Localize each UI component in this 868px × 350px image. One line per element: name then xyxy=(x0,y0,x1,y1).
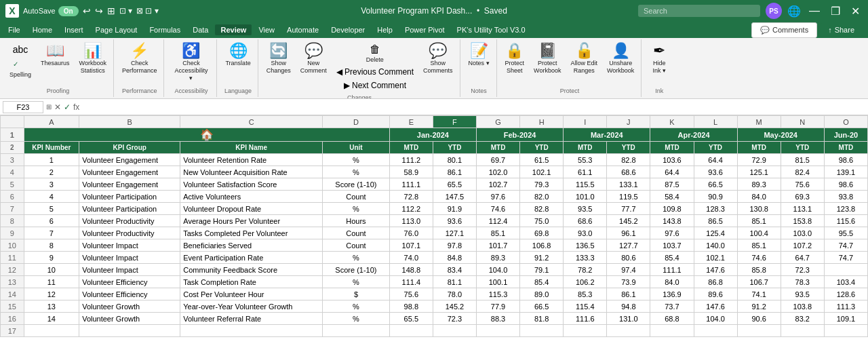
new-comment-button[interactable]: 💬 NewComment xyxy=(296,41,331,77)
col-header-d[interactable]: D xyxy=(323,116,390,128)
prev-comment-button[interactable]: ◀ Previous Comment xyxy=(334,66,416,78)
restore-btn[interactable]: ❐ xyxy=(828,5,843,18)
show-comments-button[interactable]: 💬 ShowComments xyxy=(419,41,457,77)
ribbon-group-changes: 🔄 ShowChanges 💬 NewComment 🗑 Delete ◀ Pr… xyxy=(260,39,460,97)
menu-home[interactable]: Home xyxy=(27,24,58,35)
menu-file[interactable]: File xyxy=(3,24,26,35)
formula-bar: ⊞ ✕ ✓ fx xyxy=(0,99,868,115)
comment-nav-group: 🗑 Delete ◀ Previous Comment ▶ Next Comme… xyxy=(332,41,418,93)
check-accessibility-icon: ♿ xyxy=(182,43,200,58)
spelling-icon: abc✓ xyxy=(13,43,28,70)
allow-edit-ranges-button[interactable]: 🔓 Allow EditRanges xyxy=(566,41,601,77)
minimize-btn[interactable]: — xyxy=(806,5,823,17)
table-row: 11 9Volunteer ImpactEvent Participation … xyxy=(1,252,868,264)
col-header-e[interactable]: E xyxy=(389,116,433,128)
cancel-formula-icon[interactable]: ✕ xyxy=(54,102,61,112)
feb-ytd-header: YTD xyxy=(520,142,564,154)
ribbon-group-protect: 🔒 ProtectSheet 📓 ProtectWorkbook 🔓 Allow… xyxy=(498,39,642,97)
col-header-i[interactable]: I xyxy=(564,116,607,128)
next-comment-button[interactable]: ▶ Next Comment xyxy=(334,79,416,92)
title-bar-right: PS 🌐 — ❐ ✕ xyxy=(577,3,863,19)
menu-view[interactable]: View xyxy=(253,24,280,35)
translate-icon: 🌐 xyxy=(229,43,248,58)
thesaurus-button[interactable]: 📖 Thesaurus xyxy=(37,41,74,70)
row-num-15: 15 xyxy=(1,300,24,313)
check-performance-button[interactable]: ⚡ CheckPerformance xyxy=(118,41,161,77)
col-header-n[interactable]: N xyxy=(781,116,824,128)
show-changes-button[interactable]: 🔄 ShowChanges xyxy=(262,41,295,77)
col-header-c[interactable]: C xyxy=(180,116,323,128)
workbook-stats-button[interactable]: 📊 WorkbookStatistics xyxy=(75,41,111,77)
search-input[interactable] xyxy=(638,5,760,17)
menu-insert[interactable]: Insert xyxy=(59,24,89,35)
check-accessibility-button[interactable]: ♿ CheckAccessibility ▾ xyxy=(168,41,214,84)
ribbon-protect-items: 🔒 ProtectSheet 📓 ProtectWorkbook 🔓 Allow… xyxy=(501,41,639,86)
unshare-workbook-button[interactable]: 👤 UnshareWorkbook xyxy=(603,41,638,77)
confirm-formula-icon[interactable]: ✓ xyxy=(64,102,71,112)
col-header-o[interactable]: O xyxy=(824,116,867,128)
col-header-g[interactable]: G xyxy=(476,116,519,128)
col-header-k[interactable]: K xyxy=(650,116,694,128)
table-row: 17 xyxy=(1,325,868,337)
performance-label: Performance xyxy=(118,86,161,96)
check-performance-icon: ⚡ xyxy=(130,43,149,58)
col-header-f[interactable]: F xyxy=(433,116,476,128)
menu-page-layout[interactable]: Page Layout xyxy=(90,24,143,35)
filename: Volunteer Program KPI Dash... xyxy=(361,6,472,16)
changes-label: Changes xyxy=(262,93,457,99)
jan-mtd-header: MTD xyxy=(389,142,433,154)
col-header-l[interactable]: L xyxy=(694,116,737,128)
quick-access-grid[interactable]: ⊞ xyxy=(107,5,115,16)
globe-icon: 🌐 xyxy=(787,5,801,18)
ink-label: Ink xyxy=(646,86,673,96)
home-cell[interactable]: 🏠 xyxy=(24,128,389,142)
menu-pk-utility[interactable]: PK's Utility Tool V3.0 xyxy=(452,24,531,35)
share-button[interactable]: ↑ Share xyxy=(820,23,863,37)
cell-reference-input[interactable] xyxy=(3,101,43,113)
row-num-4: 4 xyxy=(1,166,24,178)
protect-sheet-button[interactable]: 🔒 ProtectSheet xyxy=(501,41,529,77)
menu-data[interactable]: Data xyxy=(187,24,214,35)
accessibility-label: Accessibility xyxy=(168,86,214,96)
avatar: PS xyxy=(766,3,782,19)
col-header-m[interactable]: M xyxy=(737,116,781,128)
col-header-j[interactable]: J xyxy=(607,116,650,128)
menu-developer[interactable]: Developer xyxy=(326,24,370,35)
hide-ink-button[interactable]: ✒ HideInk ▾ xyxy=(646,41,673,77)
col-header-a[interactable]: A xyxy=(24,116,79,128)
spelling-button[interactable]: abc✓ Spelling xyxy=(5,41,35,81)
table-row: 10 8Volunteer ImpactBeneficiaries Served… xyxy=(1,239,868,252)
redo-icon[interactable]: ↪ xyxy=(95,5,103,16)
table-row: 6 4Volunteer ParticipationActive Volunte… xyxy=(1,191,868,203)
menu-formulas[interactable]: Formulas xyxy=(144,24,186,35)
protect-workbook-button[interactable]: 📓 ProtectWorkbook xyxy=(530,41,565,77)
row-num-2: 2 xyxy=(1,142,24,154)
menu-bar: File Home Insert Page Layout Formulas Da… xyxy=(0,22,868,38)
insert-function-icon[interactable]: fx xyxy=(73,102,79,112)
title-bar: X AutoSave On ↩ ↪ ⊞ ⊡ ▾ ⊠ ⊡ ▾ Volunteer … xyxy=(0,0,868,22)
comments-button[interactable]: 💬 Comments xyxy=(751,22,817,38)
close-btn[interactable]: ✕ xyxy=(848,5,863,18)
quick-access-extra[interactable]: ⊠ ⊡ ▾ xyxy=(136,6,159,16)
row-num-8: 8 xyxy=(1,215,24,227)
col-header-h[interactable]: H xyxy=(520,116,564,128)
row-num-12: 12 xyxy=(1,264,24,276)
menu-help[interactable]: Help xyxy=(372,24,398,35)
autosave-state[interactable]: On xyxy=(58,6,79,16)
ribbon-language-items: 🌐 Translate xyxy=(221,41,254,86)
formula-expand-icon[interactable]: ⊞ xyxy=(46,103,52,111)
undo-icon[interactable]: ↩ xyxy=(83,5,91,16)
col-header-b[interactable]: B xyxy=(79,116,180,128)
notes-button[interactable]: 📝 Notes ▾ xyxy=(465,41,494,70)
translate-button[interactable]: 🌐 Translate xyxy=(221,41,254,70)
menu-automate[interactable]: Automate xyxy=(281,24,324,35)
ribbon-group-language: 🌐 Translate Language xyxy=(218,39,258,97)
next-comment-icon: ▶ Next Comment xyxy=(344,81,406,90)
row-num-9: 9 xyxy=(1,227,24,239)
menu-review[interactable]: Review xyxy=(215,24,252,35)
menu-power-pivot[interactable]: Power Pivot xyxy=(399,24,450,35)
formula-input[interactable] xyxy=(82,102,865,113)
delete-comment-button[interactable]: 🗑 Delete xyxy=(334,42,416,64)
feb-mtd-header: MTD xyxy=(476,142,519,154)
quick-access-more[interactable]: ⊡ ▾ xyxy=(119,6,132,16)
